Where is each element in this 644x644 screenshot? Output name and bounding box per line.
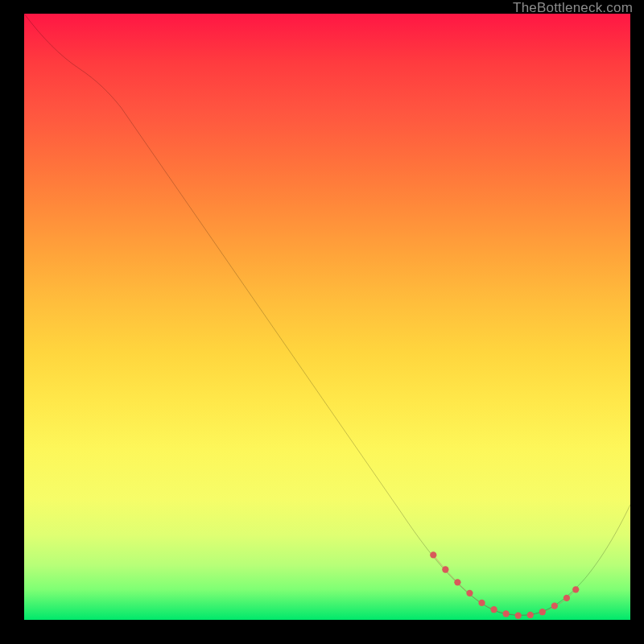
svg-point-10 — [551, 603, 558, 609]
svg-point-4 — [478, 600, 485, 606]
watermark-text: TheBottleneck.com — [513, 0, 633, 16]
optimal-zone-markers — [430, 551, 579, 619]
bottleneck-curve-path — [24, 14, 630, 615]
svg-point-7 — [515, 613, 522, 619]
svg-point-3 — [466, 590, 473, 597]
chart-svg — [24, 14, 630, 620]
chart-plot-area — [24, 14, 630, 620]
